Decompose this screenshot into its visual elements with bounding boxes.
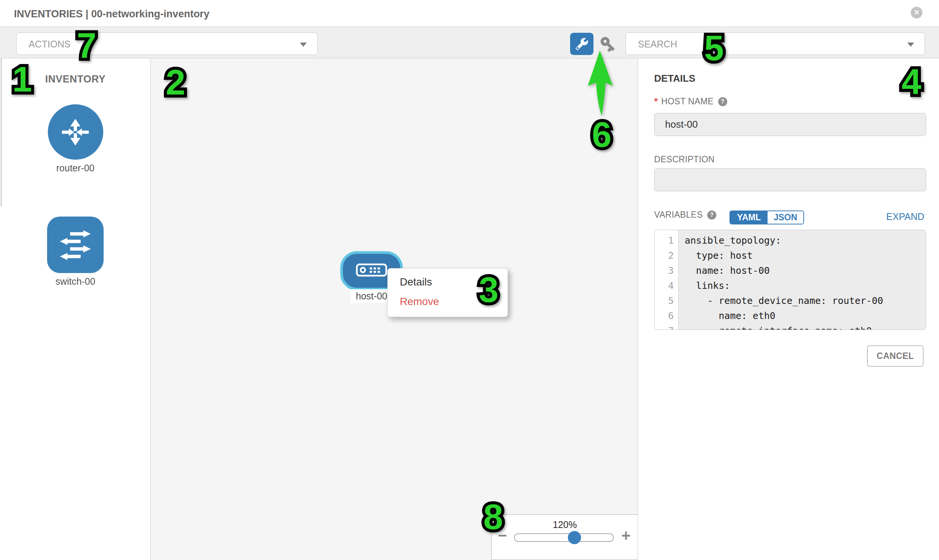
- tools-button[interactable]: [570, 33, 594, 55]
- key-icon: [599, 48, 617, 54]
- variables-code-editor[interactable]: 1 2 3 4 5 6 7 ansible_topology: type: ho…: [654, 230, 926, 330]
- details-heading: DETAILS: [654, 73, 695, 85]
- context-menu-item-details[interactable]: Details: [388, 272, 507, 292]
- context-menu-item-remove[interactable]: Remove: [388, 292, 507, 311]
- chevron-down-icon: [907, 43, 914, 47]
- zoom-level-label: 120%: [492, 519, 638, 530]
- variables-label: VARIABLES: [654, 210, 703, 220]
- host-name-field-row: * HOST NAME ?: [654, 96, 727, 107]
- inventory-heading: INVENTORY: [0, 74, 151, 85]
- inventory-sidebar: INVENTORY router-00: [0, 58, 151, 560]
- router-icon[interactable]: [48, 104, 103, 160]
- editor-code[interactable]: ansible_topology: type: host name: host-…: [678, 230, 926, 329]
- sidebar-item-switch[interactable]: switch-00: [0, 217, 151, 287]
- variables-field-row: VARIABLES ?: [654, 210, 716, 220]
- description-input[interactable]: [654, 168, 926, 191]
- page-title: INVENTORIES | 00-networking-inventory: [14, 0, 210, 26]
- header: INVENTORIES | 00-networking-inventory ✕: [0, 0, 939, 26]
- router-label: router-00: [0, 163, 151, 174]
- switch-label: switch-00: [0, 276, 151, 287]
- sidebar-item-router[interactable]: router-00: [0, 104, 151, 174]
- zoom-slider-thumb[interactable]: [568, 531, 581, 544]
- search-dropdown-label: SEARCH: [638, 33, 677, 55]
- topology-canvas[interactable]: host-00 Details Remove 120% − +: [151, 58, 638, 560]
- help-icon[interactable]: ?: [707, 211, 716, 220]
- toolbar: ACTIONS SEARCH: [0, 26, 939, 58]
- toggle-json[interactable]: JSON: [768, 211, 803, 224]
- host-node-label: host-00: [350, 289, 393, 303]
- host-icon: [356, 263, 387, 278]
- required-asterisk: *: [654, 96, 658, 107]
- cancel-button[interactable]: CANCEL: [867, 345, 924, 367]
- details-panel: DETAILS * HOST NAME ? DESCRIPTION VARIAB…: [638, 58, 939, 560]
- context-menu: Details Remove: [387, 268, 508, 317]
- zoom-slider-track[interactable]: [514, 533, 614, 542]
- key-button[interactable]: [599, 35, 617, 53]
- expand-link[interactable]: EXPAND: [886, 211, 924, 222]
- zoom-control-panel: 120% − +: [491, 514, 638, 560]
- zoom-in-button[interactable]: +: [621, 528, 631, 543]
- host-name-input[interactable]: [654, 113, 926, 136]
- help-icon[interactable]: ?: [718, 97, 727, 106]
- close-icon[interactable]: ✕: [911, 7, 922, 18]
- actions-dropdown-label: ACTIONS: [29, 33, 71, 55]
- editor-line-numbers: 1 2 3 4 5 6 7: [655, 230, 678, 329]
- switch-icon[interactable]: [47, 217, 103, 273]
- zoom-out-button[interactable]: −: [498, 528, 507, 543]
- search-dropdown[interactable]: SEARCH: [626, 32, 925, 55]
- host-name-label: HOST NAME: [661, 96, 714, 106]
- actions-dropdown[interactable]: ACTIONS: [16, 32, 318, 55]
- chevron-down-icon: [300, 43, 307, 47]
- variables-format-toggle: YAML JSON: [729, 211, 804, 225]
- toggle-yaml[interactable]: YAML: [730, 211, 768, 224]
- description-label: DESCRIPTION: [654, 154, 714, 165]
